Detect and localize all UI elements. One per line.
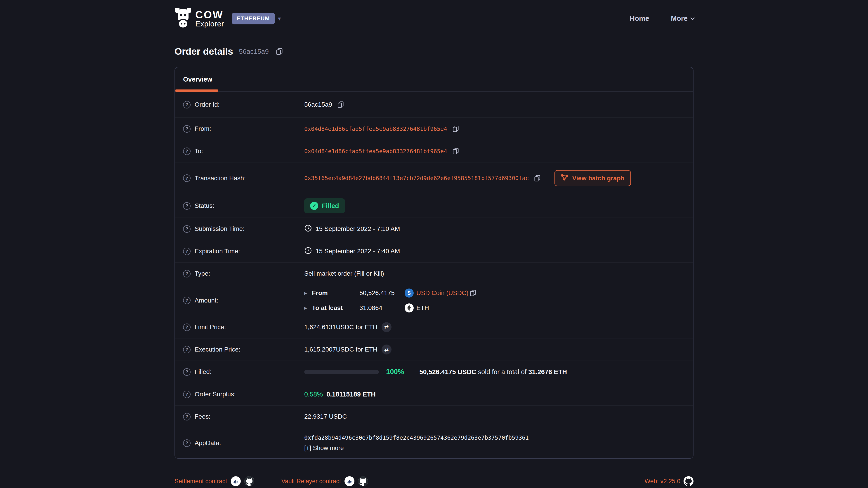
invert-price-icon[interactable]: ⇄	[381, 322, 392, 332]
network-selector[interactable]: ETHEREUM ▾	[232, 13, 281, 24]
order-surplus-amount: 0.18115189 ETH	[327, 391, 376, 398]
tab-bar: Overview	[175, 67, 693, 92]
row-status-label: ? Status:	[183, 202, 304, 210]
appdata-label: AppData:	[195, 440, 221, 447]
caret-right-icon: ▸	[304, 305, 312, 311]
tab-active-underline	[176, 90, 218, 92]
help-icon[interactable]: ?	[183, 174, 191, 182]
row-from-label: ? From:	[183, 125, 304, 133]
help-icon[interactable]: ?	[183, 148, 191, 155]
row-to: ? To: 0x04d84e1d86cfad5ffea5e9ab83327648…	[175, 140, 693, 162]
nav-item-home[interactable]: Home	[630, 14, 649, 23]
nav-item-more[interactable]: More	[671, 14, 693, 23]
row-appdata-label: ? AppData:	[183, 440, 304, 447]
appdata-hash: 0xfda28b94d496c30e7bf8d159f8e2c439692657…	[304, 434, 529, 441]
etherscan-icon[interactable]	[344, 476, 354, 486]
submission-time-label: Submission Time:	[195, 225, 245, 232]
from-label: From:	[195, 125, 211, 132]
status-badge: ✓ Filled	[304, 198, 345, 213]
help-icon[interactable]: ?	[183, 125, 191, 133]
limit-price-label: Limit Price:	[195, 324, 226, 331]
row-amount-label: ? Amount:	[183, 297, 304, 304]
network-caret-icon: ▾	[278, 15, 281, 22]
row-order-surplus-label: ? Order Surplus:	[183, 391, 304, 398]
help-icon[interactable]: ?	[183, 324, 191, 331]
brand-wordmark: COW Explorer	[195, 9, 224, 28]
order-id-value: 56ac15a9	[304, 101, 332, 108]
help-icon[interactable]: ?	[183, 346, 191, 353]
amount-from-token-link[interactable]: USD Coin (USDC)	[416, 289, 468, 297]
help-icon[interactable]: ?	[183, 270, 191, 278]
copy-order-id-button[interactable]	[276, 48, 283, 55]
amount-to-line: ▸ To at least 31.0864 ETH	[304, 303, 476, 313]
row-filled: ? Filled: 100% 50,526.4175 USDC sold for…	[175, 361, 693, 383]
eth-token-icon	[405, 303, 414, 313]
view-batch-graph-button[interactable]: View batch graph	[555, 170, 631, 186]
amount-from-label: From	[312, 289, 360, 297]
web-version-link[interactable]: Web: v2.25.0	[645, 478, 680, 485]
title-row: Order details 56ac15a9	[175, 46, 693, 57]
row-type: ? Type: Sell market order (Fill or Kill)	[175, 263, 693, 285]
type-value: Sell market order (Fill or Kill)	[304, 270, 384, 277]
settlement-contract-group: Settlement contract	[175, 476, 254, 486]
view-batch-graph-label: View batch graph	[572, 175, 624, 182]
page-title: Order details	[175, 46, 233, 57]
clock-icon	[304, 224, 312, 234]
help-icon[interactable]: ?	[183, 368, 191, 376]
help-icon[interactable]: ?	[183, 440, 191, 447]
tab-overview-label: Overview	[183, 76, 212, 83]
amount-to-value: 31.0864	[360, 304, 405, 312]
row-to-label: ? To:	[183, 148, 304, 155]
row-limit-price-label: ? Limit Price:	[183, 324, 304, 331]
type-label: Type:	[195, 270, 210, 277]
execution-price-label: Execution Price:	[195, 346, 240, 353]
execution-price-value: 1,615.2007USDC for ETH	[304, 346, 377, 353]
github-icon[interactable]	[244, 476, 254, 486]
copy-from-address-button[interactable]	[453, 125, 459, 132]
amount-label: Amount:	[195, 297, 218, 304]
etherscan-icon[interactable]	[231, 476, 241, 486]
help-icon[interactable]: ?	[183, 202, 191, 210]
expiration-time-value: 15 September 2022 - 7:40 AM	[315, 248, 400, 255]
copy-to-address-button[interactable]	[453, 148, 459, 155]
order-surplus-percent: 0.58%	[304, 391, 323, 398]
amount-from-value: 50,526.4175	[360, 289, 405, 297]
cow-explorer-logo[interactable]: COW Explorer	[175, 7, 224, 30]
vault-relayer-contract-link[interactable]: Vault Relayer contract	[281, 478, 341, 485]
help-icon[interactable]: ?	[183, 248, 191, 255]
help-icon[interactable]: ?	[183, 101, 191, 108]
github-icon[interactable]	[358, 476, 368, 486]
clock-icon	[304, 247, 312, 256]
copy-token-address-button[interactable]	[470, 289, 476, 297]
brand-line2: Explorer	[195, 20, 224, 28]
network-badge[interactable]: ETHEREUM	[232, 13, 275, 24]
row-expiration-time-label: ? Expiration Time:	[183, 248, 304, 255]
row-expiration-time: ? Expiration Time: 15 September 2022 - 7…	[175, 240, 693, 263]
status-value: Filled	[322, 202, 339, 210]
filled-label: Filled:	[195, 368, 212, 376]
copy-tx-hash-button[interactable]	[534, 175, 540, 182]
help-icon[interactable]: ?	[183, 413, 191, 420]
copy-order-id-row-button[interactable]	[338, 101, 344, 108]
from-address-link[interactable]: 0x04d84e1d86cfad5ffea5e9ab833276481bf965…	[304, 126, 447, 132]
tx-hash-link[interactable]: 0x35f65ec4a9d84e27bdb6844f13e7cb72d9de62…	[304, 175, 529, 182]
tab-overview[interactable]: Overview	[175, 67, 220, 91]
limit-price-value: 1,624.6131USDC for ETH	[304, 324, 377, 331]
help-icon[interactable]: ?	[183, 225, 191, 233]
row-transaction-hash: ? Transaction Hash: 0x35f65ec4a9d84e27bd…	[175, 162, 693, 194]
github-icon[interactable]	[684, 476, 693, 486]
settlement-contract-link[interactable]: Settlement contract	[175, 478, 227, 485]
footer: Settlement contract Vault Relayer contra…	[175, 476, 693, 488]
filled-total-amount: 31.2676 ETH	[528, 368, 567, 376]
row-order-id: ? Order Id: 56ac15a9	[175, 92, 693, 118]
to-address-link[interactable]: 0x04d84e1d86cfad5ffea5e9ab833276481bf965…	[304, 148, 447, 155]
filled-description: 50,526.4175 USDC sold for a total of 31.…	[419, 368, 567, 376]
batch-graph-icon	[561, 174, 568, 182]
help-icon[interactable]: ?	[183, 297, 191, 304]
appdata-show-more-link[interactable]: [+] Show more	[304, 445, 344, 452]
filled-percent: 100%	[386, 368, 404, 376]
row-amount: ? Amount: ▸ From 50,526.4175 $ USD Coin …	[175, 285, 693, 316]
help-icon[interactable]: ?	[183, 391, 191, 398]
invert-price-icon[interactable]: ⇄	[381, 345, 392, 355]
status-label: Status:	[195, 202, 214, 209]
